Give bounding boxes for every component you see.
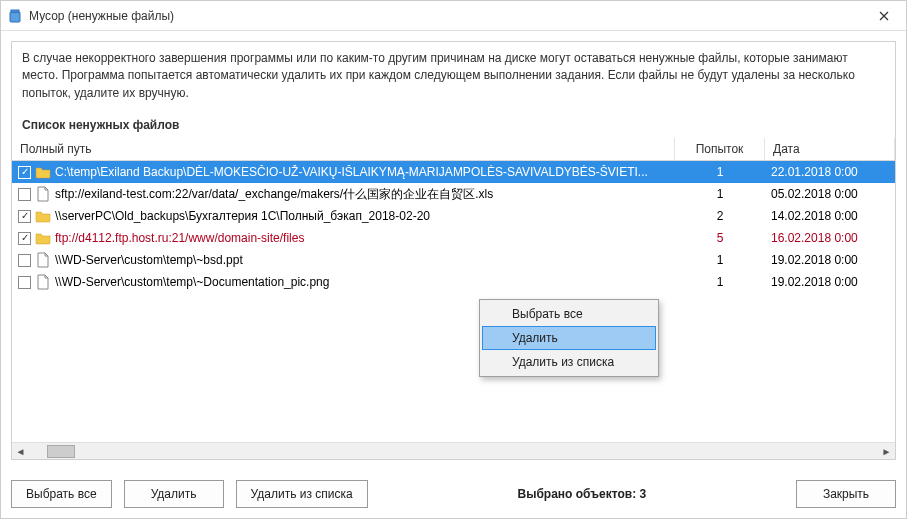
- table-row[interactable]: \\WD-Server\custom\temp\~bsd.ppt119.02.2…: [12, 249, 895, 271]
- cell-date: 19.02.2018 0:00: [765, 249, 895, 271]
- context-menu-delete[interactable]: Удалить: [482, 326, 656, 350]
- list-heading: Список ненужных файлов: [11, 110, 896, 138]
- row-checkbox[interactable]: [18, 276, 31, 289]
- selection-status: Выбрано объектов: 3: [380, 487, 784, 501]
- file-icon: [35, 186, 51, 202]
- cell-date: 22.01.2018 0:00: [765, 161, 895, 183]
- row-path-text: \\WD-Server\custom\temp\~bsd.ppt: [55, 253, 243, 267]
- row-path-text: C:\temp\Exiland Backup\DĖL-MOKESČIO-UŽ-V…: [55, 165, 648, 179]
- file-icon: [35, 274, 51, 290]
- scroll-left-arrow-icon[interactable]: ◄: [12, 443, 29, 460]
- content-area: В случае некорректного завершения програ…: [1, 31, 906, 470]
- context-menu-select-all[interactable]: Выбрать все: [482, 302, 656, 326]
- folder-icon: [35, 230, 51, 246]
- context-menu: Выбрать все Удалить Удалить из списка: [479, 299, 659, 377]
- context-menu-remove-from-list[interactable]: Удалить из списка: [482, 350, 656, 374]
- file-table: Полный путь Попыток Дата C:\temp\Exiland…: [11, 138, 896, 460]
- horizontal-scrollbar[interactable]: ◄ ►: [12, 442, 895, 459]
- row-checkbox[interactable]: [18, 232, 31, 245]
- cell-attempts: 1: [675, 183, 765, 205]
- row-checkbox[interactable]: [18, 210, 31, 223]
- table-body[interactable]: C:\temp\Exiland Backup\DĖL-MOKESČIO-UŽ-V…: [12, 161, 895, 442]
- delete-button[interactable]: Удалить: [124, 480, 224, 508]
- info-text: В случае некорректного завершения програ…: [11, 41, 896, 110]
- column-header-attempts[interactable]: Попыток: [675, 138, 765, 160]
- close-icon: [879, 11, 889, 21]
- column-header-path[interactable]: Полный путь: [12, 138, 675, 160]
- table-row[interactable]: ftp://d4112.ftp.host.ru:21/www/domain-si…: [12, 227, 895, 249]
- app-icon: [7, 8, 23, 24]
- window-close-button[interactable]: [862, 1, 906, 31]
- folder-icon: [35, 164, 51, 180]
- table-row[interactable]: \\serverPC\Old_backups\Бухгалтерия 1С\По…: [12, 205, 895, 227]
- row-checkbox[interactable]: [18, 254, 31, 267]
- cell-attempts: 1: [675, 249, 765, 271]
- scroll-right-arrow-icon[interactable]: ►: [878, 443, 895, 460]
- cell-attempts: 1: [675, 271, 765, 293]
- table-header: Полный путь Попыток Дата: [12, 138, 895, 161]
- cell-attempts: 1: [675, 161, 765, 183]
- row-checkbox[interactable]: [18, 188, 31, 201]
- row-path-text: \\serverPC\Old_backups\Бухгалтерия 1С\По…: [55, 209, 430, 223]
- row-path-text: ftp://d4112.ftp.host.ru:21/www/domain-si…: [55, 231, 304, 245]
- cell-attempts: 5: [675, 227, 765, 249]
- table-row[interactable]: \\WD-Server\custom\temp\~Documentation_p…: [12, 271, 895, 293]
- row-path-text: \\WD-Server\custom\temp\~Documentation_p…: [55, 275, 329, 289]
- remove-from-list-button[interactable]: Удалить из списка: [236, 480, 368, 508]
- footer: Выбрать все Удалить Удалить из списка Вы…: [1, 470, 906, 518]
- row-path-text: sftp://exiland-test.com:22/var/data/_exc…: [55, 186, 493, 203]
- cell-path: \\WD-Server\custom\temp\~bsd.ppt: [12, 249, 675, 271]
- titlebar: Мусор (ненужные файлы): [1, 1, 906, 31]
- row-checkbox[interactable]: [18, 166, 31, 179]
- table-row[interactable]: sftp://exiland-test.com:22/var/data/_exc…: [12, 183, 895, 205]
- cell-path: C:\temp\Exiland Backup\DĖL-MOKESČIO-UŽ-V…: [12, 161, 675, 183]
- cell-path: \\serverPC\Old_backups\Бухгалтерия 1С\По…: [12, 205, 675, 227]
- table-row[interactable]: C:\temp\Exiland Backup\DĖL-MOKESČIO-UŽ-V…: [12, 161, 895, 183]
- cell-date: 05.02.2018 0:00: [765, 183, 895, 205]
- cell-date: 19.02.2018 0:00: [765, 271, 895, 293]
- cell-date: 14.02.2018 0:00: [765, 205, 895, 227]
- file-icon: [35, 252, 51, 268]
- trash-window: Мусор (ненужные файлы) В случае некоррек…: [0, 0, 907, 519]
- cell-path: sftp://exiland-test.com:22/var/data/_exc…: [12, 183, 675, 205]
- cell-date: 16.02.2018 0:00: [765, 227, 895, 249]
- cell-attempts: 2: [675, 205, 765, 227]
- column-header-date[interactable]: Дата: [765, 138, 895, 160]
- select-all-button[interactable]: Выбрать все: [11, 480, 112, 508]
- scroll-thumb[interactable]: [47, 445, 75, 458]
- svg-rect-1: [11, 10, 19, 12]
- close-button[interactable]: Закрыть: [796, 480, 896, 508]
- svg-rect-0: [10, 12, 20, 22]
- window-title: Мусор (ненужные файлы): [29, 9, 862, 23]
- cell-path: \\WD-Server\custom\temp\~Documentation_p…: [12, 271, 675, 293]
- folder-icon: [35, 208, 51, 224]
- cell-path: ftp://d4112.ftp.host.ru:21/www/domain-si…: [12, 227, 675, 249]
